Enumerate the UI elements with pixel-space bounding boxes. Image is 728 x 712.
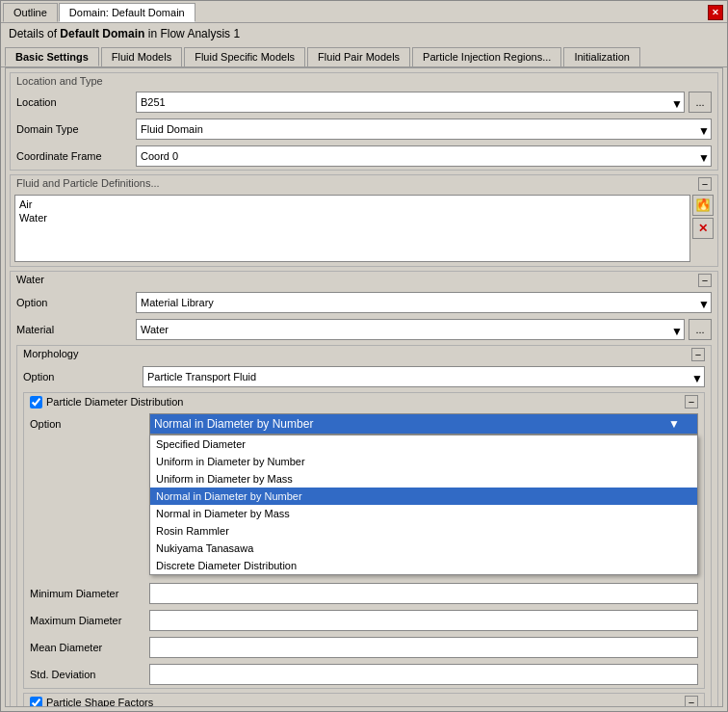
remove-fluid-button[interactable]: ✕ — [692, 218, 714, 239]
material-browse-button[interactable]: ... — [689, 319, 712, 340]
coordinate-frame-label: Coordinate Frame — [16, 150, 132, 162]
pd-option-item-2[interactable]: Uniform in Diameter by Mass — [150, 470, 697, 488]
morphology-section: Morphology − Option Particle Transport F… — [16, 345, 712, 707]
fluid-item-air: Air — [17, 198, 688, 211]
max-diameter-label: Maximum Diameter — [30, 615, 145, 626]
min-diameter-input[interactable] — [149, 583, 698, 604]
morphology-option-select[interactable]: Particle Transport Fluid — [143, 366, 705, 387]
tab-particle-injection[interactable]: Particle Injection Regions... — [412, 47, 561, 66]
pd-option-item-3[interactable]: Normal in Diameter by Number — [150, 488, 697, 505]
tab-domain[interactable]: Domain: Default Domain — [59, 3, 195, 22]
particle-shape-section: Particle Shape Factors − X-Section Area … — [23, 693, 705, 707]
pd-distribution-collapse[interactable]: − — [685, 395, 698, 409]
std-deviation-label: Std. Deviation — [30, 669, 145, 680]
pd-option-item-1[interactable]: Uniform in Diameter by Number — [150, 453, 697, 470]
morphology-header: Morphology − — [17, 346, 711, 363]
mean-diameter-row: Mean Diameter — [24, 634, 704, 661]
domain-type-label: Domain Type — [16, 123, 132, 135]
inner-tabs-bar: Basic Settings Fluid Models Fluid Specif… — [1, 44, 727, 67]
max-diameter-input[interactable] — [149, 610, 698, 631]
tab-fluid-pair[interactable]: Fluid Pair Models — [307, 47, 410, 66]
pd-distribution-title: Particle Diameter Distribution — [46, 396, 183, 408]
std-deviation-row: Std. Deviation — [24, 661, 704, 688]
pd-option-select-display[interactable]: Normal in Diameter by Number ▼ — [149, 413, 698, 435]
particle-shape-collapse[interactable]: − — [685, 696, 698, 707]
particle-shape-header: Particle Shape Factors − — [24, 694, 704, 707]
content-area: Location and Type Location B251 ▼ ... Do… — [5, 67, 723, 707]
pd-option-item-0[interactable]: Specified Diameter — [150, 435, 697, 453]
domain-type-row: Domain Type Fluid Domain ▼ — [11, 116, 717, 143]
particle-shape-checkbox[interactable] — [30, 697, 42, 708]
pd-option-item-5[interactable]: Rosin Rammler — [150, 522, 697, 540]
morphology-option-row: Option Particle Transport Fluid ▼ — [17, 363, 711, 390]
material-row: Material Water ▼ ... — [11, 316, 717, 343]
morphology-collapse[interactable]: − — [691, 348, 705, 361]
morphology-title: Morphology — [23, 348, 78, 361]
tab-outline[interactable]: Outline — [3, 3, 58, 22]
location-type-header: Location and Type — [11, 73, 717, 89]
mean-diameter-label: Mean Diameter — [30, 642, 145, 653]
close-button[interactable]: ✕ — [708, 5, 723, 20]
std-deviation-input[interactable] — [149, 664, 698, 685]
pd-distribution-header: Particle Diameter Distribution − — [24, 393, 704, 410]
material-select[interactable]: Water — [136, 319, 685, 340]
mean-diameter-input[interactable] — [149, 637, 698, 658]
water-collapse[interactable]: − — [698, 274, 712, 287]
location-label: Location — [16, 96, 132, 108]
main-window: Outline Domain: Default Domain ✕ Details… — [0, 0, 728, 712]
tab-fluid-models[interactable]: Fluid Models — [101, 47, 182, 66]
water-header: Water − — [11, 272, 717, 289]
water-section: Water − Option Material Library ▼ Materi… — [10, 271, 718, 707]
pd-option-dropdown: Specified Diameter Uniform in Diameter b… — [149, 435, 698, 575]
fluid-definitions-title: Fluid and Particle Definitions... — [16, 177, 160, 191]
add-fluid-icon: 🔥 — [696, 198, 710, 212]
pd-option-item-4[interactable]: Normal in Diameter by Mass — [150, 505, 697, 522]
location-select[interactable]: B251 — [136, 92, 685, 113]
tab-basic-settings[interactable]: Basic Settings — [5, 47, 99, 66]
fluid-definitions-section: Fluid and Particle Definitions... − Air … — [10, 174, 718, 267]
min-diameter-row: Minimum Diameter — [24, 580, 704, 607]
water-option-label: Option — [16, 297, 132, 308]
min-diameter-label: Minimum Diameter — [30, 588, 145, 599]
water-option-row: Option Material Library ▼ — [11, 289, 717, 316]
pd-option-item-6[interactable]: Nukiyama Tanasawa — [150, 540, 697, 557]
svg-text:🔥: 🔥 — [696, 198, 710, 211]
pd-option-item-7[interactable]: Discrete Diameter Distribution — [150, 557, 697, 574]
fluid-item-water: Water — [17, 211, 688, 224]
pd-option-label: Option — [30, 418, 145, 430]
morphology-option-label: Option — [23, 371, 139, 382]
tab-initialization[interactable]: Initialization — [563, 47, 639, 66]
fluid-definitions-header: Fluid and Particle Definitions... − — [11, 175, 717, 193]
pd-option-row: Option Normal in Diameter by Number ▼ Sp… — [24, 410, 704, 437]
tab-fluid-specific[interactable]: Fluid Specific Models — [184, 47, 305, 66]
details-header: Details of Default Domain in Flow Analys… — [1, 23, 727, 44]
material-label: Material — [16, 324, 132, 335]
fluid-definitions-collapse[interactable]: − — [698, 177, 712, 191]
pd-distribution-section: Particle Diameter Distribution − Option … — [23, 392, 705, 689]
domain-type-select[interactable]: Fluid Domain — [136, 119, 712, 140]
location-row: Location B251 ▼ ... — [11, 89, 717, 116]
fluid-list-box: Air Water — [14, 195, 690, 262]
add-fluid-button[interactable]: 🔥 — [692, 195, 714, 216]
pd-distribution-checkbox[interactable] — [30, 396, 42, 409]
water-title: Water — [16, 274, 44, 287]
location-browse-button[interactable]: ... — [689, 92, 712, 113]
coordinate-frame-select[interactable]: Coord 0 — [136, 145, 712, 167]
coordinate-frame-row: Coordinate Frame Coord 0 ▼ — [11, 143, 717, 170]
max-diameter-row: Maximum Diameter — [24, 607, 704, 634]
particle-shape-title: Particle Shape Factors — [46, 697, 153, 707]
location-type-section: Location and Type Location B251 ▼ ... Do… — [10, 72, 718, 171]
water-option-select[interactable]: Material Library — [136, 292, 712, 313]
